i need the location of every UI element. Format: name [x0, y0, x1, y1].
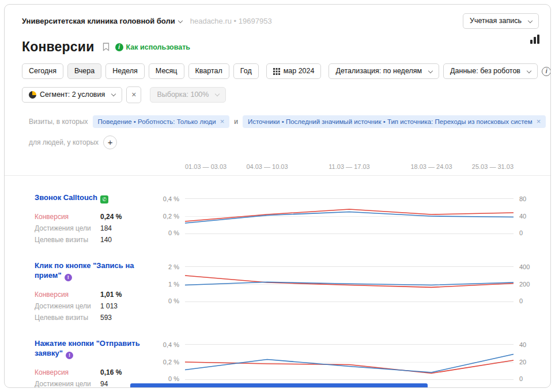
date-range-label: 18.03 — 24.03 [410, 163, 452, 170]
calendar-button[interactable]: мар 2024 [266, 63, 322, 79]
period-button-month[interactable]: Месяц [149, 63, 184, 79]
axis-tick: 0 % [168, 297, 179, 304]
bookmark-icon[interactable] [103, 43, 110, 51]
sampling-dropdown[interactable]: Выборка: 100% [150, 87, 226, 103]
goal-info: Клик по кнопке "Запись на прием" Конверс… [35, 261, 150, 325]
filter-chip-source[interactable]: Источники • Последний значимый источник … [243, 115, 546, 128]
visits-filter-row: Визиты, в которых Поведение • Роботность… [29, 115, 539, 129]
add-visit-condition-button[interactable]: + [550, 115, 551, 129]
and-connector: и [234, 118, 238, 126]
reaches-label: Достижения цели [35, 380, 100, 388]
axis-tick: 20 [519, 359, 526, 365]
counter-meta: headache.ru • 19697953 [190, 17, 272, 25]
people-filter-label: для людей, у которых [29, 138, 99, 146]
axis-tick: 40 [519, 341, 526, 348]
data-mode-label: Данные: без роботов [450, 67, 520, 76]
goal-chart: 0,4 % 0,2 % 0 % 40 20 0 [150, 344, 538, 380]
axis-tick: 0 [519, 375, 523, 382]
visits-label: Целевые визиты [35, 236, 100, 244]
axis-tick: 40 [519, 213, 526, 220]
conversion-value: 1,01 % [100, 291, 122, 299]
goal-block-submit: Нажатие кнопки "Отправить заявку" Конвер… [5, 339, 550, 388]
axis-tick: 2 % [168, 263, 179, 270]
chevron-down-icon [527, 68, 531, 73]
account-button[interactable]: Учетная запись [463, 13, 539, 29]
chevron-down-icon [215, 92, 220, 96]
segment-clear-button[interactable]: × [126, 86, 141, 103]
visits-value: 593 [100, 314, 112, 322]
detalization-label: Детализация: по неделям [335, 67, 422, 76]
y-axis-right: 80 40 0 [514, 198, 538, 234]
next-widget-edge [130, 383, 428, 387]
visits-filter-label: Визиты, в которых [29, 118, 88, 126]
page-title: Конверсии [22, 39, 95, 55]
add-people-condition-button[interactable]: + [103, 135, 117, 149]
detalization-dropdown[interactable]: Детализация: по неделям [329, 63, 439, 79]
sampling-label: Выборка: 100% [157, 91, 209, 99]
period-button-year[interactable]: Год [233, 63, 259, 79]
axis-tick: 400 [519, 263, 530, 270]
y-axis-right: 40 20 0 [514, 344, 538, 380]
filter-chip-robots[interactable]: Поведение • Роботность: Только люди × [93, 115, 230, 128]
metrica-logo-icon[interactable] [528, 33, 541, 47]
conversion-label: Конверсия [35, 291, 100, 299]
segment-filters: Визиты, в которых Поведение • Роботность… [5, 103, 550, 149]
filter-chip-label: Поведение • Роботность: Только люди [98, 118, 216, 125]
period-button-week[interactable]: Неделя [105, 63, 145, 79]
axis-tick: 0,2 % [163, 213, 179, 220]
conversion-value: 0,24 % [100, 213, 122, 221]
date-range-label: 04.03 — 10.03 [246, 163, 288, 170]
date-range-label: 25.03 — 31.03 [472, 163, 514, 170]
chevron-down-icon [178, 18, 182, 22]
topbar: Университетская клиника головной боли he… [5, 5, 550, 29]
segment-pie-icon [29, 91, 36, 99]
close-icon: × [131, 90, 136, 100]
period-button-yesterday[interactable]: Вчера [67, 63, 101, 79]
date-range-label: 01.03 — 03.03 [185, 163, 226, 170]
chevron-down-icon [428, 68, 433, 73]
period-button-today[interactable]: Сегодня [22, 63, 63, 79]
plus-icon: + [108, 137, 113, 147]
segment-row: Сегмент: 2 условия × Выборка: 100% [5, 79, 550, 103]
conversion-label: Конверсия [35, 213, 100, 221]
line-chart-plot [185, 198, 514, 234]
goal-title-link[interactable]: Клик по кнопке "Запись на прием" [35, 261, 134, 280]
retargeting-icon [65, 274, 72, 281]
filter-chip-label: Источники • Последний значимый источник … [248, 118, 533, 125]
calendar-grid-icon [273, 68, 280, 75]
goal-block-calltouch: Звонок Calltouch Конверсия 0,24 % Достиж… [5, 193, 550, 247]
conversion-value: 0,16 % [100, 368, 122, 376]
data-mode-dropdown[interactable]: Данные: без роботов [443, 63, 538, 79]
conversion-label: Конверсия [35, 368, 100, 376]
goal-title-link[interactable]: Нажатие кнопки "Отправить заявку" [35, 339, 140, 357]
reaches-value: 94 [100, 380, 108, 388]
goal-chart: 0,4 % 0,2 % 0 % 80 40 0 [150, 198, 538, 234]
line-chart-plot [185, 266, 514, 302]
chip-remove-icon[interactable]: × [537, 119, 541, 125]
goal-info: Нажатие кнопки "Отправить заявку" Конвер… [35, 339, 150, 388]
axis-tick: 1 % [168, 281, 179, 288]
timeline-header: 01.03 — 03.03 04.03 — 10.03 11.03 — 17.0… [5, 162, 550, 176]
period-button-quarter[interactable]: Квартал [188, 63, 229, 79]
counter-name[interactable]: Университетская клиника головной боли [22, 17, 175, 25]
info-icon [115, 43, 123, 51]
axis-tick: 0 % [168, 229, 179, 236]
segment-dropdown[interactable]: Сегмент: 2 условия [22, 87, 122, 103]
retargeting-icon [66, 352, 73, 359]
axis-tick: 80 [519, 195, 526, 202]
reaches-label: Достижения цели [35, 224, 100, 232]
how-to-use-link[interactable]: Как использовать [115, 43, 190, 51]
goal-title-link[interactable]: Звонок Calltouch [35, 193, 97, 202]
goal-stats: Конверсия 1,01 % Достижения цели 1 013 Ц… [35, 291, 145, 322]
axis-tick: 200 [519, 281, 530, 288]
calendar-label: мар 2024 [284, 67, 315, 76]
info-icon[interactable] [542, 67, 551, 76]
goal-block-appointment: Клик по кнопке "Запись на прием" Конверс… [5, 261, 550, 325]
reaches-label: Достижения цели [35, 302, 100, 310]
chip-remove-icon[interactable]: × [220, 119, 225, 125]
y-axis-left: 2 % 1 % 0 % [150, 266, 185, 302]
counter-selector[interactable]: Университетская клиника головной боли he… [22, 17, 272, 25]
axis-tick: 0,4 % [163, 195, 179, 202]
people-filter-row: для людей, у которых + [29, 135, 539, 149]
y-axis-left: 0,4 % 0,2 % 0 % [150, 198, 185, 234]
